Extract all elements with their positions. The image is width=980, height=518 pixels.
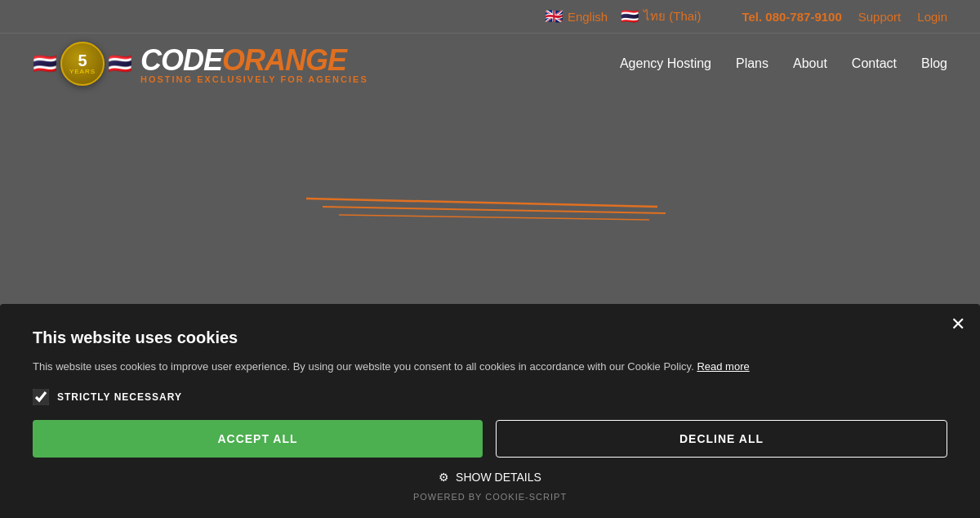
cookie-modal-description: This website uses cookies to improve use… (33, 359, 947, 375)
cookie-button-row: ACCEPT ALL DECLINE ALL (33, 420, 947, 458)
decline-all-button[interactable]: DECLINE ALL (496, 420, 947, 458)
show-details-row[interactable]: ⚙ SHOW DETAILS (33, 471, 947, 484)
read-more-link[interactable]: Read more (697, 360, 749, 373)
modal-overlay: ✕ This website uses cookies This website… (0, 0, 980, 518)
accept-all-button[interactable]: ACCEPT ALL (33, 420, 483, 458)
strictly-necessary-checkbox[interactable] (33, 389, 49, 405)
show-details-label: SHOW DETAILS (456, 471, 541, 484)
gear-icon: ⚙ (439, 471, 449, 484)
strictly-necessary-label: STRICTLY NECESSARY (57, 391, 182, 403)
strictly-necessary-row: STRICTLY NECESSARY (33, 389, 947, 405)
cookie-modal: ✕ This website uses cookies This website… (0, 304, 980, 519)
powered-by-label: POWERED BY COOKIE-SCRIPT (33, 492, 947, 502)
cookie-modal-title: This website uses cookies (33, 328, 947, 347)
modal-close-button[interactable]: ✕ (951, 315, 965, 333)
